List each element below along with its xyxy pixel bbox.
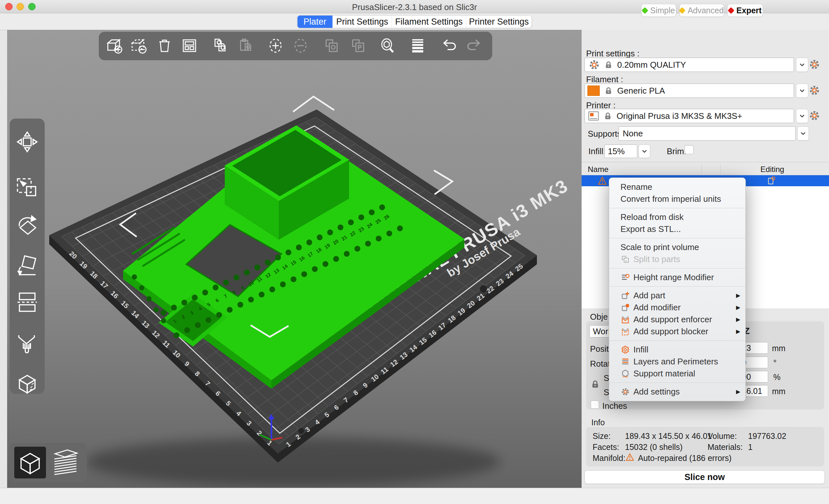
tab-filament-settings[interactable]: Filament Settings (392, 15, 466, 28)
menu-item-add-support-blocker[interactable]: Add support blocker▶ (609, 326, 746, 337)
inches-label: Inches (602, 401, 627, 411)
undo-icon[interactable] (440, 37, 458, 55)
arrange-icon[interactable] (180, 37, 199, 55)
move-tool-icon[interactable] (15, 130, 39, 153)
rotate-tool-icon[interactable] (15, 213, 39, 236)
size-label: S (604, 387, 609, 397)
scale-tool-icon[interactable] (15, 176, 39, 199)
supports-dropdown-button[interactable] (797, 126, 809, 141)
svg-text:P: P (358, 44, 362, 51)
filament-gear-button[interactable] (809, 85, 820, 96)
edit-object-icon[interactable] (766, 176, 776, 186)
lock-icon (604, 112, 612, 120)
slice-now-button[interactable]: Slice now (584, 470, 825, 484)
print-preset-value: 0.20mm QUALITY (617, 60, 686, 70)
tab-printer-settings[interactable]: Printer Settings (466, 15, 532, 28)
redo-icon (465, 37, 483, 55)
infill-icon (620, 345, 630, 354)
filament-combo[interactable]: Generic PLA (584, 83, 794, 98)
simple-dot-icon (642, 7, 648, 13)
search-icon[interactable] (379, 37, 397, 55)
mode-expert-button[interactable]: Expert (727, 4, 763, 17)
prusaslicer-window: PrusaSlicer-2.3.1 based on Slic3r Plater… (0, 0, 829, 504)
3d-editor-view-button[interactable] (14, 447, 46, 478)
chevron-down-icon (800, 132, 806, 135)
manifold-warning-icon (626, 453, 634, 461)
tab-plater[interactable]: Plater (298, 15, 333, 28)
filament-label: Filament : (586, 74, 623, 84)
preview-view-button[interactable] (50, 448, 81, 478)
main-tabs: Plater Print Settings Filament Settings … (297, 15, 532, 28)
variable-layer-height-icon[interactable] (409, 37, 427, 55)
chevron-down-icon (799, 114, 805, 117)
menu-item-rename[interactable]: Rename (609, 181, 746, 193)
submenu-arrow-icon: ▶ (736, 304, 740, 311)
filament-dropdown-button[interactable] (796, 83, 808, 98)
uniform-scale-lock-icon[interactable] (591, 380, 600, 389)
menu-item-add-modifier[interactable]: Add modifier▶ (609, 301, 746, 314)
menu-item-scale-to-print-volume[interactable]: Scale to print volume (609, 241, 746, 253)
size-info-label: Size: (592, 431, 611, 441)
printer-combo[interactable]: Original Prusa i3 MK3S & MK3S+ (584, 109, 794, 123)
menu-item-convert-imperial[interactable]: Convert from imperial units (609, 193, 746, 205)
brim-checkbox[interactable] (685, 145, 694, 154)
infill-input[interactable]: 15% (604, 144, 637, 158)
print-settings-gear-button[interactable] (809, 59, 820, 70)
rotation-label: Rotat (590, 359, 610, 369)
svg-text:O: O (331, 44, 336, 51)
top-toolbar: O P (99, 32, 492, 60)
cut-tool-icon[interactable] (15, 291, 39, 314)
submenu-arrow-icon: ▶ (736, 316, 740, 323)
height-range-icon (620, 273, 630, 282)
menu-item-height-range-modifier[interactable]: Height range Modifier (609, 272, 746, 283)
add-support-enforcer-icon (620, 315, 630, 324)
printer-preset-value: Original Prusa i3 MK3S & MK3S+ (617, 111, 742, 121)
place-on-face-tool-icon[interactable] (15, 253, 39, 277)
filament-color-swatch (587, 85, 600, 96)
infill-label: Infill: (588, 146, 606, 156)
print-settings-combo[interactable]: 0.20mm QUALITY (584, 58, 794, 72)
seam-painting-tool-icon[interactable] (15, 371, 39, 395)
mode-simple-button[interactable]: Simple (641, 4, 676, 17)
view-mode-bar (10, 443, 87, 482)
delete-all-icon[interactable] (155, 37, 174, 55)
add-modifier-icon (620, 303, 630, 312)
menu-item-layers-and-perimeters[interactable]: Layers and Perimeters (609, 356, 746, 368)
size-info-value: 189.43 x 145.50 x 46.01 (625, 431, 712, 441)
menu-item-add-part[interactable]: Add part▶ (609, 290, 746, 301)
submenu-arrow-icon: ▶ (736, 388, 740, 395)
printer-dropdown-button[interactable] (796, 109, 808, 123)
facets-info-label: Facets: (592, 442, 619, 452)
mode-advanced-button[interactable]: Advanced (679, 4, 724, 17)
menu-item-export-stl[interactable]: Export as STL... (609, 223, 746, 235)
inches-checkbox[interactable] (591, 400, 599, 409)
menu-item-add-support-enforcer[interactable]: Add support enforcer▶ (609, 314, 746, 326)
paint-on-supports-tool-icon[interactable] (15, 333, 39, 356)
print-preset-dropdown-button[interactable] (796, 58, 808, 72)
cube-icon (17, 449, 43, 475)
printer-gear-button[interactable] (809, 110, 820, 121)
bed-canvas[interactable]: 1234567891011121314151617181920212223242… (7, 30, 582, 488)
remove-object-icon[interactable] (130, 37, 148, 55)
menu-item-infill[interactable]: Infill (609, 344, 746, 356)
chevron-down-icon (642, 150, 647, 153)
supports-combo[interactable]: None (618, 126, 796, 141)
menu-item-reload-from-disk[interactable]: Reload from disk (609, 211, 746, 223)
tab-print-settings[interactable]: Print Settings (333, 15, 392, 28)
add-instance-icon[interactable] (266, 37, 285, 55)
infill-dropdown-button[interactable] (639, 144, 650, 158)
paste-icon (237, 37, 255, 55)
manifold-info-label: Manifold: (592, 454, 625, 463)
manipulation-title: Obje (590, 312, 608, 322)
add-object-icon[interactable] (105, 37, 123, 55)
split-to-parts-icon: P (350, 37, 367, 55)
menu-item-support-material[interactable]: Support material (609, 368, 746, 380)
expert-dot-icon (728, 7, 734, 13)
3d-viewport[interactable]: 1234567891011121314151617181920212223242… (7, 30, 582, 488)
info-title: Info (591, 418, 605, 427)
menu-item-add-settings[interactable]: Add settings▶ (609, 386, 746, 398)
infill-value: 15% (608, 146, 625, 156)
materials-info-label: Materials: (708, 442, 743, 452)
split-to-parts-icon: p (620, 255, 630, 264)
copy-icon[interactable] (211, 37, 229, 55)
